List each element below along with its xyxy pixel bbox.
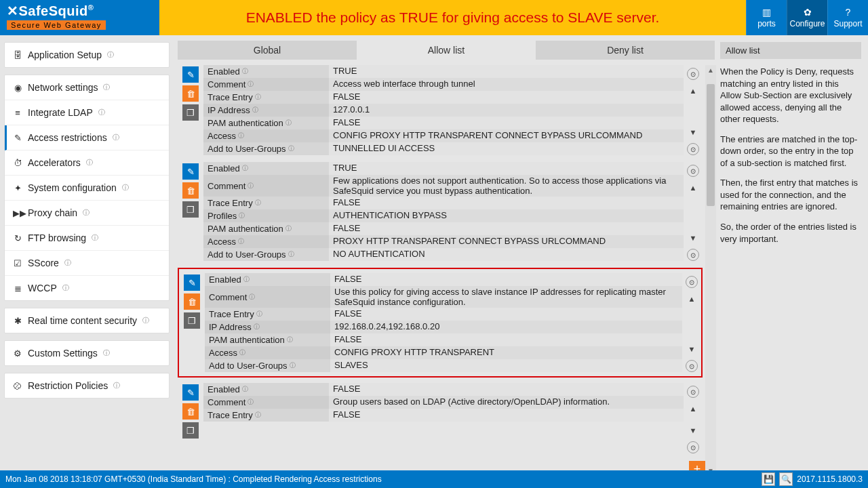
field-value: FALSE — [330, 333, 682, 346]
info-icon: ⓘ — [285, 119, 292, 127]
field-value: Access web interface through tunnel — [329, 78, 684, 91]
info-icon: ⓘ — [92, 233, 98, 243]
sidebar-item-label: System configuration — [28, 182, 117, 193]
move-bottom-button[interactable]: ⊙ — [687, 249, 699, 261]
sidebar-item-label: Restriction Policies — [28, 380, 108, 391]
field-value: FALSE — [329, 91, 684, 104]
field-label: Access ⓘ — [203, 129, 329, 142]
clone-button[interactable]: ❐ — [182, 201, 199, 218]
move-top-button[interactable]: ⊙ — [687, 68, 699, 80]
clone-button[interactable]: ❐ — [184, 312, 200, 329]
move-bottom-button[interactable]: ⊙ — [687, 441, 699, 453]
topnav-support[interactable]: ?Support — [827, 0, 868, 35]
policy-row: Trace Entry ⓘFALSE — [203, 91, 684, 104]
move-bottom-button[interactable]: ⊙ — [686, 360, 698, 372]
scrollbar[interactable]: ▲ ▼ — [705, 65, 716, 470]
menu-icon: ⚙ — [13, 348, 22, 359]
search-icon[interactable]: 🔍 — [779, 472, 793, 486]
sidebar-item-access-restrictions[interactable]: ✎Access restrictions ⓘ — [5, 125, 169, 150]
delete-button[interactable]: 🗑 — [182, 85, 199, 102]
policy-entry: ✎🗑❐Enabled ⓘTRUEComment ⓘFew application… — [178, 162, 703, 261]
sidebar-item-ftp-browsing[interactable]: ↻FTP browsing ⓘ — [5, 226, 169, 251]
field-label: Access ⓘ — [205, 346, 330, 359]
policy-entry: ✎🗑❐Enabled ⓘFALSEComment ⓘGroup users ba… — [178, 383, 703, 453]
move-top-button[interactable]: ⊙ — [686, 276, 698, 288]
menu-icon: ≡ — [13, 108, 22, 118]
info-icon: ⓘ — [256, 310, 262, 319]
edit-button[interactable]: ✎ — [184, 274, 200, 291]
sidebar-item-accelerators[interactable]: ⏱Accelerators ⓘ — [5, 150, 169, 176]
move-up-button[interactable]: ▲ — [690, 184, 697, 192]
sidebar-item-label: FTP browsing — [28, 232, 86, 243]
move-bottom-button[interactable]: ⊙ — [687, 143, 699, 155]
move-down-button[interactable]: ▼ — [688, 345, 696, 353]
sidebar-item-restriction-policies[interactable]: ⛒Restriction Policies ⓘ — [5, 373, 169, 398]
sidebar-item-proxy-chain[interactable]: ▶▶Proxy chain ⓘ — [5, 201, 169, 226]
sidebar-item-integrate-ldap[interactable]: ≡Integrate LDAP ⓘ — [5, 100, 169, 125]
clone-button[interactable]: ❐ — [182, 104, 199, 121]
sidebar-item-application-setup[interactable]: 🗄Application Setup ⓘ — [5, 43, 169, 67]
field-label: Comment ⓘ — [205, 286, 330, 308]
add-policy-button[interactable]: + — [689, 461, 705, 470]
info-icon: ⓘ — [288, 250, 294, 259]
info-icon: ⓘ — [113, 381, 120, 390]
sidebar-item-custom-settings[interactable]: ⚙Custom Settings ⓘ — [5, 341, 169, 365]
edit-button[interactable]: ✎ — [182, 163, 199, 180]
policy-row: PAM authentication ⓘFALSE — [203, 222, 684, 235]
policy-row: Trace Entry ⓘFALSE — [203, 197, 684, 209]
sidebar-item-network-settings[interactable]: ◉Network settings ⓘ — [5, 75, 169, 100]
help-title: Allow list — [720, 42, 861, 59]
field-value: Few applications does not support authen… — [329, 175, 684, 197]
field-label: IP Address ⓘ — [205, 321, 330, 333]
move-top-button[interactable]: ⊙ — [687, 386, 699, 398]
menu-icon: ▶▶ — [13, 208, 22, 218]
info-icon: ⓘ — [255, 411, 261, 420]
field-label: Profiles ⓘ — [203, 209, 329, 222]
policy-row: Access ⓘCONFIG PROXY HTTP TRANSPARENT — [205, 346, 682, 359]
info-icon: ⓘ — [107, 50, 114, 60]
topnav-ports[interactable]: ▥ports — [746, 0, 787, 35]
field-value: FALSE — [329, 383, 684, 396]
field-value: TRUE — [329, 65, 684, 78]
move-top-button[interactable]: ⊙ — [687, 165, 699, 177]
policy-row: IP Address ⓘ127.0.0.1 — [203, 104, 684, 117]
move-up-button[interactable]: ▲ — [690, 87, 697, 95]
topnav-configure[interactable]: ✿Configure — [787, 0, 827, 35]
help-paragraph: So, the order of the entries listed is v… — [720, 221, 861, 245]
edit-button[interactable]: ✎ — [182, 384, 199, 401]
menu-icon: ⏱ — [13, 158, 22, 168]
clone-button[interactable]: ❐ — [182, 422, 199, 439]
move-up-button[interactable]: ▲ — [690, 405, 697, 413]
tab-allow-list[interactable]: Allow list — [357, 41, 536, 60]
menu-icon: ☑ — [13, 258, 22, 268]
delete-button[interactable]: 🗑 — [182, 403, 199, 420]
move-down-button[interactable]: ▼ — [690, 426, 697, 434]
sidebar-item-label: Custom Settings — [28, 348, 98, 359]
status-text: Mon Jan 08 2018 13:18:07 GMT+0530 (India… — [5, 474, 382, 484]
delete-button[interactable]: 🗑 — [184, 293, 200, 310]
delete-button[interactable]: 🗑 — [182, 182, 199, 199]
menu-icon: ✱ — [13, 316, 22, 326]
sidebar-item-real-time-content-security[interactable]: ✱Real time content security ⓘ — [5, 308, 169, 333]
field-label: PAM authentication ⓘ — [203, 117, 329, 129]
sidebar-item-wccp[interactable]: ≣WCCP ⓘ — [5, 276, 169, 300]
info-icon: ⓘ — [62, 283, 69, 293]
sidebar-item-system-configuration[interactable]: ✦System configuration ⓘ — [5, 176, 169, 201]
sidebar-item-label: SScore — [28, 258, 59, 268]
move-down-button[interactable]: ▼ — [690, 234, 697, 242]
policy-row: Comment ⓘFew applications does not suppo… — [203, 175, 684, 197]
sidebar-item-sscore[interactable]: ☑SScore ⓘ — [5, 251, 169, 276]
tab-deny-list[interactable]: Deny list — [536, 41, 715, 60]
tab-global[interactable]: Global — [178, 41, 357, 60]
move-up-button[interactable]: ▲ — [688, 295, 696, 303]
move-down-button[interactable]: ▼ — [690, 128, 697, 136]
policy-row: PAM authentication ⓘFALSE — [203, 117, 684, 129]
policy-row: Trace Entry ⓘFALSE — [203, 409, 684, 422]
save-icon[interactable]: 💾 — [762, 472, 775, 486]
field-label: Trace Entry ⓘ — [203, 91, 329, 104]
info-icon: ⓘ — [142, 316, 149, 325]
info-icon: ⓘ — [98, 108, 105, 117]
info-icon: ⓘ — [239, 348, 245, 357]
field-label: Enabled ⓘ — [205, 273, 330, 286]
edit-button[interactable]: ✎ — [182, 66, 199, 83]
